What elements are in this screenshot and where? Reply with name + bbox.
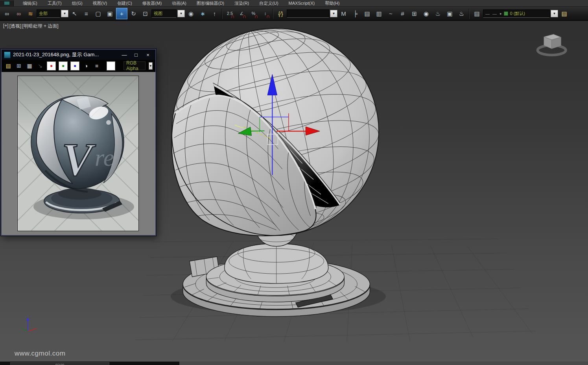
close-button[interactable]: × xyxy=(142,50,154,59)
viewport-label: [+][透视][明暗处理 + 边面] xyxy=(3,23,59,30)
unlink-selection-icon[interactable]: ∞ xyxy=(13,8,24,19)
material-editor-icon[interactable]: ◉ xyxy=(420,8,432,19)
align-icon[interactable]: ╞ xyxy=(350,8,361,19)
menu-bar: 编辑(E)工具(T)组(G)视图(V)创建(C)修改器(M)动画(A)图形编辑器… xyxy=(0,0,588,7)
view-cube[interactable] xyxy=(538,34,566,55)
selection-filter-field[interactable]: 全部 xyxy=(37,9,60,18)
layer-visibility-icon[interactable]: ● xyxy=(500,12,501,16)
snaps-toggle-icon[interactable]: 2.5∩ xyxy=(224,8,236,19)
render-setup-icon[interactable]: ♨ xyxy=(432,8,444,19)
maximize-button[interactable]: □ xyxy=(130,50,142,59)
viewport-menu-shading[interactable]: [明暗处理 + 边面] xyxy=(22,23,58,30)
toolbar-separator xyxy=(469,9,470,19)
menu-edit[interactable]: 编辑(E) xyxy=(18,0,42,6)
menu-items: 编辑(E)工具(T)组(G)视图(V)创建(C)修改器(M)动画(A)图形编辑器… xyxy=(18,0,345,6)
copy-image-icon[interactable]: ⊞ xyxy=(15,61,23,70)
schematic-view-icon[interactable]: # xyxy=(397,8,408,19)
select-and-link-icon[interactable]: ∞ xyxy=(1,8,13,19)
mirror-icon[interactable]: M xyxy=(338,8,349,19)
clear-color-swatch[interactable] xyxy=(107,61,115,70)
red-channel-icon[interactable]: ● xyxy=(47,61,56,70)
green-channel-icon[interactable]: ● xyxy=(59,61,68,70)
active-layer-dropdown[interactable]: ▼ xyxy=(551,10,558,17)
menu-graph-editors[interactable]: 图形编辑器(D) xyxy=(192,0,229,6)
menu-help[interactable]: 帮助(H) xyxy=(320,0,345,6)
viewport-menu-pov[interactable]: [透视] xyxy=(9,23,22,30)
channel-select-field[interactable]: RGB Alpha xyxy=(123,61,146,70)
menu-create[interactable]: 创建(C) xyxy=(112,0,137,6)
channel-select-dropdown[interactable]: ▼ xyxy=(149,62,153,70)
spinner-snap-icon[interactable]: ↕∩ xyxy=(260,8,271,19)
menu-maxscript[interactable]: MAXScript(X) xyxy=(284,0,320,6)
viewport-menu-general[interactable]: [+] xyxy=(3,23,9,30)
select-by-name-icon[interactable]: ≡ xyxy=(81,8,92,19)
named-selection-sets-dropdown[interactable]: ▼ xyxy=(330,10,337,17)
track-view-icon[interactable]: ⊞ xyxy=(409,8,420,19)
render-window-title: 2021-01-23_201648.png, 显示 Gam... xyxy=(13,51,118,58)
monochrome-icon[interactable]: ◑ xyxy=(82,61,90,70)
select-and-move-icon[interactable]: + xyxy=(116,8,127,19)
menu-modifiers[interactable]: 修改器(M) xyxy=(137,0,167,6)
named-selection-sets-field[interactable] xyxy=(287,9,329,18)
coord-system-field[interactable]: 视图 xyxy=(151,9,177,18)
menu-views[interactable]: 视图(V) xyxy=(88,0,112,6)
rendered-frame-window[interactable]: 2021-01-23_201648.png, 显示 Gam... —□× ▤⊞▦… xyxy=(1,49,156,236)
select-object-icon[interactable]: ↖ xyxy=(69,8,80,19)
blue-channel-icon[interactable]: ● xyxy=(70,61,79,70)
keyboard-override-icon[interactable]: ↑ xyxy=(209,8,220,19)
toolbar-separator xyxy=(273,9,273,19)
edit-named-sets-icon[interactable]: {∕} xyxy=(275,8,286,19)
world-axis-tripod xyxy=(21,317,37,332)
window-icon xyxy=(4,52,11,58)
rendered-frame-icon[interactable]: ▣ xyxy=(444,8,455,19)
save-image-icon[interactable]: ▤ xyxy=(4,61,12,70)
watermark: www.cgmol.com xyxy=(15,350,65,358)
create-layer-icon[interactable]: ▤ xyxy=(559,8,570,19)
rect-selection-region-icon[interactable]: ▢ xyxy=(92,8,104,19)
layer-list-icon[interactable]: ▤ xyxy=(471,8,483,19)
main-toolbar: ∞∞≋ 全部 ▼ ↖≡▢▣+↻⊡ 视图 ▼ ◉∗↑ 2.5∩∠∩%∩↕∩ {∕}… xyxy=(0,7,588,21)
window-crossing-icon[interactable]: ▣ xyxy=(104,8,116,19)
bind-to-space-warp-icon[interactable]: ≋ xyxy=(25,8,36,19)
select-and-manipulate-icon[interactable]: ∗ xyxy=(197,8,208,19)
time-slider[interactable]: 0/100 xyxy=(0,361,179,365)
scene-explorer-icon[interactable]: ▥ xyxy=(373,8,385,19)
percent-snap-icon[interactable]: %∩ xyxy=(248,8,259,19)
time-slider-handle[interactable]: 0/100 xyxy=(10,362,109,365)
layer-dashes: — — xyxy=(485,11,498,16)
toolbar-separator xyxy=(222,9,223,19)
render-window-toolbar: ▤⊞▦↘●●●◑■ RGB Alpha ▼ xyxy=(2,60,155,72)
menu-rendering[interactable]: 渲染(R) xyxy=(229,0,254,6)
print-image-icon[interactable]: ▦ xyxy=(26,61,33,70)
material-sample-object[interactable] xyxy=(150,20,400,317)
render-window-client: V re xyxy=(2,72,155,235)
render-production-icon[interactable]: ♨ xyxy=(456,8,467,19)
menu-customize[interactable]: 自定义(U) xyxy=(254,0,283,6)
manage-layers-icon[interactable]: ▤ xyxy=(361,8,373,19)
minimize-button[interactable]: — xyxy=(118,50,130,59)
svg-text:V: V xyxy=(62,134,96,185)
menu-animation[interactable]: 动画(A) xyxy=(167,0,192,6)
menu-tools[interactable]: 工具(T) xyxy=(42,0,67,6)
angle-snap-icon[interactable]: ∠∩ xyxy=(236,8,247,19)
render-window-titlebar[interactable]: 2021-01-23_201648.png, 显示 Gam... —□× xyxy=(2,50,155,60)
select-and-rotate-icon[interactable]: ↻ xyxy=(128,8,139,19)
rendered-image: V re xyxy=(17,76,139,231)
3dsmax-app: { "menu_bar": { "items": [ {"name":"menu… xyxy=(0,0,588,365)
layer-color-swatch[interactable] xyxy=(504,11,508,16)
coord-system-dropdown[interactable]: ▼ xyxy=(177,10,185,17)
active-layer-field[interactable]: — — ● 0 (默认) xyxy=(483,9,550,18)
clone-window-icon[interactable]: ↘ xyxy=(36,61,44,70)
menu-group[interactable]: 组(G) xyxy=(67,0,88,6)
select-and-scale-icon[interactable]: ⊡ xyxy=(140,8,151,19)
layer-name: 0 (默认) xyxy=(510,11,525,17)
selection-filter-dropdown[interactable]: ▼ xyxy=(61,10,68,17)
use-pivot-center-icon[interactable]: ◉ xyxy=(185,8,197,19)
application-button[interactable] xyxy=(0,0,14,6)
curve-editor-icon[interactable]: ~ xyxy=(385,8,396,19)
application-icon xyxy=(4,1,10,5)
svg-text:re: re xyxy=(95,144,114,171)
alpha-channel-icon[interactable]: ■ xyxy=(93,61,101,70)
